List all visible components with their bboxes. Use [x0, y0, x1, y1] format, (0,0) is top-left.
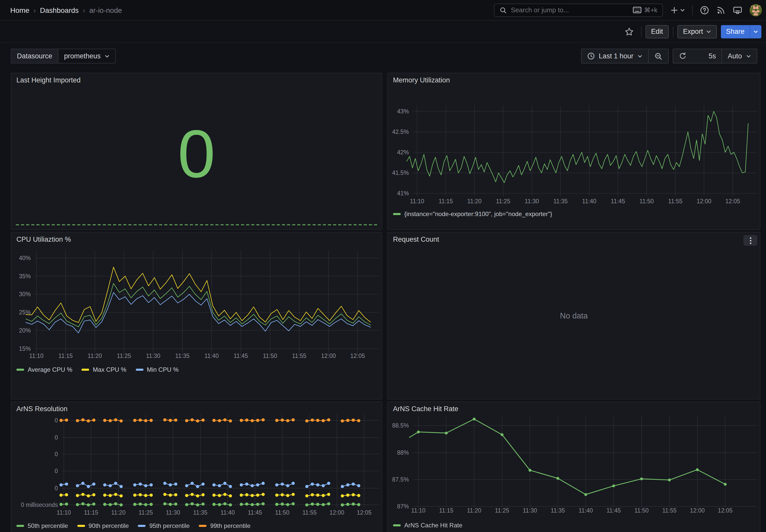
export-button[interactable]: Export — [677, 25, 717, 38]
data-point — [174, 483, 177, 486]
datasource-picker: Datasource prometheus — [11, 49, 116, 63]
data-point — [311, 419, 314, 422]
series-line — [135, 484, 151, 486]
data-point — [87, 419, 90, 422]
search-icon — [500, 6, 507, 14]
data-point — [305, 494, 308, 497]
data-point — [286, 484, 289, 487]
data-point — [133, 494, 136, 497]
axis-label: 12:05 — [350, 353, 365, 359]
avatar[interactable] — [750, 4, 762, 16]
refresh-mode-select[interactable]: Auto — [721, 49, 757, 63]
news-button[interactable] — [716, 5, 726, 15]
panel-last-height-imported: Last Height Imported 0 — [11, 73, 382, 230]
legend-item[interactable]: Min CPU % — [135, 366, 178, 373]
data-point — [196, 419, 199, 422]
data-point — [281, 503, 284, 506]
arns-cache-chart[interactable]: 11:1011:1511:2011:2511:3011:3511:4011:45… — [388, 402, 760, 532]
avatar-pixel-art — [750, 4, 762, 16]
legend-item[interactable]: 90th percentile — [77, 522, 129, 529]
help-button[interactable] — [700, 5, 709, 15]
data-point — [81, 482, 84, 485]
monitor-icon — [733, 5, 742, 15]
data-point — [245, 503, 248, 506]
data-point — [191, 418, 194, 421]
axis-label: 11:15 — [439, 507, 454, 514]
panel-title: Request Count — [393, 236, 439, 243]
arns-resolution-chart[interactable]: 11:1011:1511:2011:2511:3011:3511:4011:45… — [11, 402, 382, 532]
breadcrumb-home[interactable]: Home — [10, 6, 29, 14]
legend-item[interactable]: ArNS Cache Hit Rate — [393, 522, 463, 529]
data-point — [256, 503, 259, 506]
chevron-down-icon — [753, 29, 758, 34]
axis-label: 11:25 — [117, 353, 131, 359]
legend-item[interactable]: 95th percentile — [138, 522, 189, 529]
legend-label: 50th percentile — [28, 522, 68, 529]
zoom-out-button[interactable] — [648, 49, 668, 63]
panel-title: ArNS Resolution — [16, 405, 68, 413]
axis-label: 11:20 — [467, 198, 482, 205]
axis-label: 40% — [19, 255, 31, 261]
axis-label: 43% — [397, 108, 409, 115]
axis-label: 11:25 — [495, 507, 509, 514]
add-new-button[interactable] — [670, 6, 685, 14]
axis-label: 0 milliseconds — [21, 502, 58, 508]
edit-button[interactable]: Edit — [645, 25, 669, 38]
legend-item[interactable]: 99th percentile — [199, 522, 250, 529]
data-point — [724, 483, 727, 486]
data-point — [261, 502, 265, 505]
share-menu-button[interactable] — [750, 25, 761, 38]
refresh-button[interactable]: 5s — [673, 49, 721, 63]
data-point — [229, 494, 232, 497]
panel-request-count: Request Count No data — [388, 232, 760, 399]
data-point — [120, 485, 123, 488]
share-button[interactable]: Share — [721, 25, 750, 38]
data-point — [120, 419, 123, 422]
data-point — [114, 418, 117, 421]
legend-item[interactable]: 50th percentile — [16, 522, 68, 529]
legend-item[interactable]: {instance="node-exporter:9100", job="nod… — [393, 210, 552, 218]
axis-label: 11:55 — [668, 198, 683, 205]
time-range-picker[interactable]: Last 1 hour — [581, 49, 648, 63]
axis-label: 11:45 — [606, 507, 621, 514]
data-point — [341, 419, 344, 422]
data-point — [59, 494, 62, 497]
axis-label: 12:05 — [725, 198, 740, 205]
data-point — [81, 493, 84, 496]
data-point — [261, 418, 265, 421]
search-input[interactable]: Search or jump to... ⌘+k — [494, 3, 663, 17]
data-point — [346, 494, 349, 497]
legend-item[interactable]: Max CPU % — [81, 366, 126, 373]
data-point — [256, 483, 259, 486]
panel-menu-button[interactable] — [743, 235, 757, 246]
clock-icon — [587, 52, 595, 60]
data-point — [218, 419, 221, 422]
data-point — [114, 493, 117, 496]
data-point — [109, 484, 112, 487]
screen-button[interactable] — [733, 5, 742, 15]
series-line — [135, 495, 151, 496]
axis-label: 11:50 — [634, 507, 649, 514]
axis-label: 11:40 — [220, 509, 235, 516]
data-point — [174, 419, 177, 422]
star-button[interactable] — [621, 25, 637, 38]
data-point — [229, 503, 232, 506]
data-point — [286, 419, 289, 422]
data-point — [144, 494, 147, 497]
data-point — [196, 503, 199, 506]
panel-title: Last Height Imported — [16, 76, 81, 84]
data-point — [473, 418, 476, 420]
data-point — [65, 493, 68, 496]
data-point — [322, 503, 325, 506]
data-point — [212, 419, 215, 422]
legend-item[interactable]: Average CPU % — [16, 366, 72, 373]
datasource-select[interactable]: prometheus — [58, 49, 116, 63]
panel-title: ArNS Cache Hit Rate — [393, 405, 458, 413]
data-point — [275, 494, 278, 497]
memory-chart[interactable]: 11:1011:1511:2011:2511:3011:3511:4011:45… — [388, 73, 760, 229]
cpu-chart[interactable]: 11:1011:1511:2011:2511:3011:3511:4011:45… — [11, 232, 382, 399]
data-point — [65, 483, 68, 486]
data-point — [169, 503, 172, 506]
breadcrumb-dashboards[interactable]: Dashboards — [40, 6, 79, 14]
stat-sparkline — [16, 224, 377, 225]
